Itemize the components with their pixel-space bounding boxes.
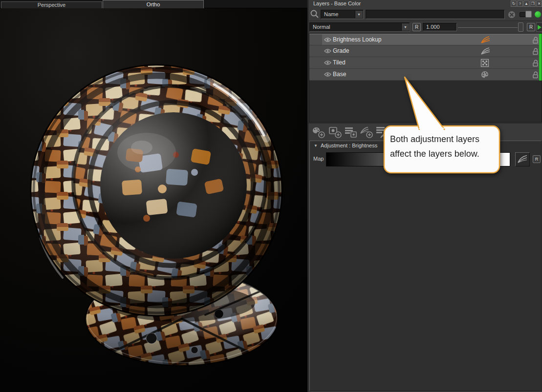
clear-filter-icon[interactable] [508,11,516,19]
shader-sphere [31,65,282,316]
close-icon[interactable]: ✕ [536,0,542,7]
panel-title-bar[interactable]: Layers - Base Color ↻ ? ▲ ❐ ✕ [308,0,542,8]
visibility-eye-icon[interactable] [324,37,331,42]
filter-field-value: Name [324,11,338,17]
play-button[interactable] [536,22,542,32]
visibility-eye-icon[interactable] [324,60,331,65]
panel-title: Layers - Base Color [313,0,361,6]
layer-cache-status-bar [539,34,542,81]
adjustment-curves-icon [480,36,490,44]
curve-editor-icon [516,153,529,166]
callout-tail [405,77,445,130]
unlock-icon[interactable] [532,71,539,79]
callout-tail-seam [418,127,445,129]
unlock-icon[interactable] [532,47,539,55]
panel-window-buttons: ↻ ? ▲ ❐ ✕ [511,0,542,7]
chevron-down-icon: ▼ [355,11,363,18]
shader-ball-render[interactable] [0,8,307,392]
layer-filter-bar: Name ▼ [308,8,542,21]
collapse-icon[interactable]: ▲ [523,0,529,7]
visibility-eye-icon[interactable] [324,48,331,54]
tab-perspective[interactable]: Perspective [1,1,102,8]
filter-toggle[interactable] [520,12,531,17]
refresh-icon[interactable]: ↻ [511,0,517,7]
filter-query-input[interactable] [366,10,505,19]
adjustment-panel-title: Adjustment : Brightness [321,143,377,148]
amount-slider-handle[interactable] [518,22,523,32]
add-paint-layer-button[interactable] [311,126,326,139]
filter-field-select[interactable]: Name ▼ [321,10,364,19]
curve-editor-button[interactable] [515,152,530,166]
tab-ortho[interactable]: Ortho [103,0,204,8]
reset-blend-button[interactable]: R [412,23,421,31]
float-icon[interactable]: ❐ [530,0,536,7]
unlock-icon[interactable] [532,36,539,44]
amount-slider-track[interactable] [458,27,518,28]
layer-row-grade[interactable]: Grade [309,45,542,57]
blend-mode-bar: Normal ▼ R 1.000 R [308,21,542,33]
blend-mode-value: Normal [313,24,330,30]
status-green-dot [535,11,541,18]
map-label: Map [313,156,324,162]
blend-amount-field[interactable]: 1.000 [423,23,457,31]
row-gutter [309,45,322,57]
callout-text: Both adjustment layers affect the layers… [390,132,497,161]
row-gutter [309,69,322,80]
tiled-checker-icon [480,59,489,67]
viewport-tab-bar: Perspective Ortho [0,0,307,8]
adjustment-curves-icon [480,47,490,55]
layer-row-brightness-lookup[interactable]: Brightness Lookup [309,34,542,45]
blend-mode-select[interactable]: Normal ▼ [309,22,410,32]
collapse-arrow-icon[interactable]: ▼ [314,144,318,148]
3d-viewport[interactable]: Perspective Ortho [0,0,307,392]
row-gutter [309,57,322,68]
add-procedural-layer-button[interactable] [328,126,343,139]
search-icon [310,9,320,19]
reset-map-button[interactable]: R [533,155,541,163]
layer-row-tiled[interactable]: Tiled [309,57,542,69]
add-adjustment-layer-button[interactable] [359,126,374,139]
callout-bubble: Both adjustment layers affect the layers… [380,72,503,176]
help-icon[interactable]: ? [517,0,523,7]
reset-amount-button[interactable]: R [527,23,535,31]
row-gutter [309,34,322,45]
toggle-knob [525,11,532,18]
layer-name: Grade [333,45,349,57]
layer-name: Brightness Lookup [333,34,381,45]
application-window: Perspective Ortho [0,0,542,392]
unlock-icon[interactable] [532,59,539,67]
add-layer-group-button[interactable] [344,126,358,139]
visibility-eye-icon[interactable] [324,72,331,77]
play-icon [538,25,542,30]
chevron-down-icon: ▼ [401,23,409,31]
layer-name: Base [333,69,346,80]
layer-name: Tiled [333,57,346,68]
adjustment-properties-panel: ▼ Adjustment : Brightness Map R [309,141,542,391]
layers-panel: Layers - Base Color ↻ ? ▲ ❐ ✕ Name ▼ [308,0,542,392]
